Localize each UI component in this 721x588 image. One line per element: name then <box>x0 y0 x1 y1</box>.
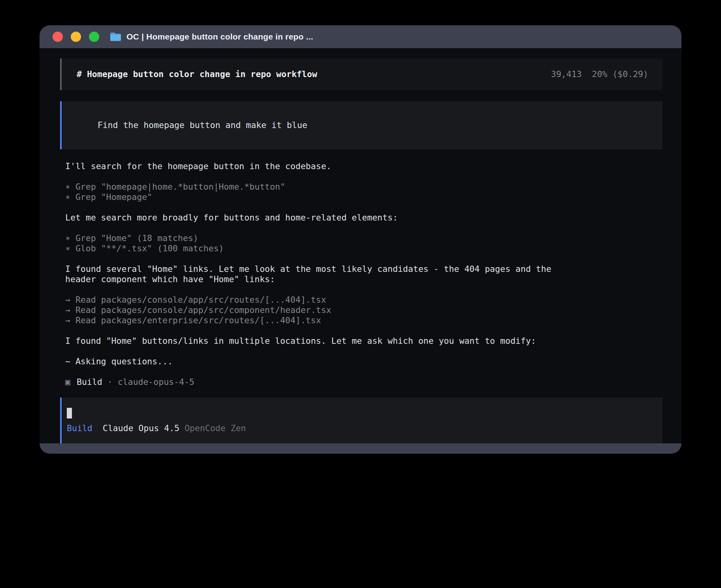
tool-call-read: → Read packages/console/app/src/componen… <box>65 305 662 315</box>
tool-call-read: → Read packages/enterprise/src/routes/[.… <box>65 315 662 326</box>
assistant-message: I'll search for the homepage button in t… <box>65 161 662 172</box>
tool-call-grep: ∗ Grep "Home" (18 matches) <box>65 233 662 243</box>
tool-call-grep: ∗ Grep "Homepage" <box>65 192 662 202</box>
session-header: # Homepage button color change in repo w… <box>60 58 662 90</box>
traffic-lights <box>53 32 99 42</box>
minimize-button[interactable] <box>71 32 81 42</box>
session-stats: 39,413 20% ($0.29) <box>551 69 648 79</box>
agent-mode-label[interactable]: Build <box>67 423 92 433</box>
user-message: Find the homepage button and make it blu… <box>60 101 662 149</box>
tool-call-grep: ∗ Grep "homepage|home.*button|Home.*butt… <box>65 182 662 192</box>
agent-model: claude-opus-4-5 <box>118 377 194 387</box>
session-title: # Homepage button color change in repo w… <box>77 69 317 79</box>
context-usage: 20% ($0.29) <box>592 69 648 79</box>
provider-label: OpenCode Zen <box>185 423 246 433</box>
agent-status-row: ▣ Build · claude-opus-4-5 <box>65 377 662 387</box>
tool-call-glob: ∗ Glob "**/*.tsx" (100 matches) <box>65 243 662 254</box>
window-titlebar[interactable]: OC | Homepage button color change in rep… <box>40 25 681 48</box>
window-title: OC | Homepage button color change in rep… <box>126 32 313 41</box>
status-asking-questions: ~ Asking questions... <box>65 356 662 367</box>
agent-icon: ▣ <box>65 377 70 387</box>
terminal-content[interactable]: # Homepage button color change in repo w… <box>40 48 681 443</box>
prompt-input[interactable]: Build Claude Opus 4.5 OpenCode Zen <box>60 398 662 443</box>
zoom-button[interactable] <box>89 32 99 42</box>
tool-call-read: → Read packages/console/app/src/routes/[… <box>65 295 662 305</box>
separator-dot: · <box>108 377 113 387</box>
model-label[interactable]: Claude Opus 4.5 <box>103 423 179 433</box>
close-button[interactable] <box>53 32 63 42</box>
terminal-window: OC | Homepage button color change in rep… <box>40 25 681 454</box>
input-status-line: Build Claude Opus 4.5 OpenCode Zen <box>67 423 648 433</box>
user-message-text: Find the homepage button and make it blu… <box>98 120 308 130</box>
assistant-message: Let me search more broadly for buttons a… <box>65 213 662 223</box>
assistant-message: I found several "Home" links. Let me loo… <box>65 264 571 285</box>
agent-name: Build <box>77 377 102 387</box>
window-bottom-edge <box>40 443 681 454</box>
text-cursor <box>67 408 72 418</box>
folder-icon <box>109 32 122 42</box>
assistant-message: I found "Home" buttons/links in multiple… <box>65 336 662 346</box>
transcript: I'll search for the homepage button in t… <box>60 161 662 387</box>
token-count: 39,413 <box>551 69 582 79</box>
